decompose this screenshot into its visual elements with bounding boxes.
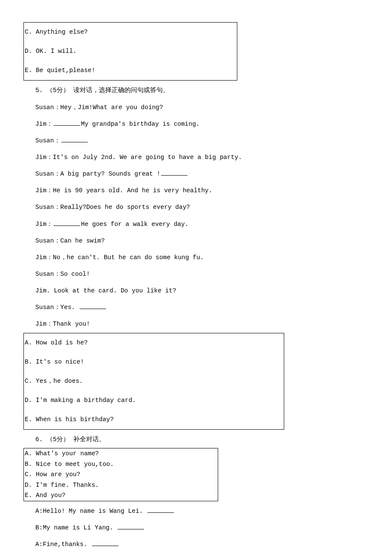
dialogue-line: B:My name is Li Yang. xyxy=(23,520,369,536)
option-d: D. OK. I will. xyxy=(24,42,237,61)
text-prefix: A:Fine,thanks. xyxy=(35,541,91,548)
dialogue-line: B: Nice to meet you. xyxy=(23,553,369,555)
text-prefix: Jim： xyxy=(35,221,53,228)
text-prefix: A:Hello! My name is Wang Lei. xyxy=(35,508,147,515)
option-c: C. How are you? xyxy=(24,469,218,480)
option-e: E. When is his birthday? xyxy=(24,410,284,429)
answer-box-1: C. Anything else? D. OK. I will. E. Be q… xyxy=(23,22,237,81)
dialogue-line: A:Fine,thanks. xyxy=(23,536,369,553)
blank-input[interactable] xyxy=(61,136,88,142)
dialogue-line: A:Hello! My name is Wang Lei. xyxy=(23,503,369,520)
option-d: D. I'm making a birthday card. xyxy=(24,391,284,410)
dialogue-line: Susan：Hey，Jim!What are you doing? xyxy=(23,99,369,116)
option-a: A. How old is he? xyxy=(24,333,284,353)
dialogue-line: Jim：It's on July 2nd. We are going to ha… xyxy=(23,149,369,166)
dialogue-line: Susan：A big party? Sounds great ! xyxy=(23,166,369,182)
option-b: B. It's so nice! xyxy=(24,353,284,372)
dialogue-line: Jim：He is 90 years old. And he is very h… xyxy=(23,182,369,199)
text-suffix: He goes for a walk every day. xyxy=(81,221,188,228)
dialogue-line: Susan：So cool! xyxy=(23,266,369,283)
option-b: B. Nice to meet you,too. xyxy=(24,459,218,469)
dialogue-line: Jim：Thank you! xyxy=(23,316,369,332)
option-c: C. Anything else? xyxy=(24,23,237,42)
document-page: C. Anything else? D. OK. I will. E. Be q… xyxy=(0,0,392,555)
dialogue-line: Jim. Look at the card. Do you like it? xyxy=(23,283,369,299)
text-prefix: Jim： xyxy=(35,121,53,127)
option-a: A. What's your name? xyxy=(24,448,218,459)
option-e: E. Be quiet,please! xyxy=(24,61,237,80)
blank-input[interactable] xyxy=(161,170,187,176)
option-c: C. Yes，he does. xyxy=(24,372,284,391)
dialogue-line: Susan：Can he swim? xyxy=(23,233,369,249)
text-prefix: B:My name is Li Yang. xyxy=(35,524,117,531)
text-prefix: Susan： xyxy=(35,137,61,144)
blank-input[interactable] xyxy=(147,507,174,513)
blank-input[interactable] xyxy=(118,523,144,529)
dialogue-line: Susan：Yes. xyxy=(23,299,369,316)
dialogue-line: Susan： xyxy=(23,133,369,149)
text-prefix: Susan：Yes. xyxy=(35,304,79,311)
dialogue-line: Susan：Really?Does he do sports every day… xyxy=(23,199,369,216)
text-suffix: My grandpa's birthday is coming. xyxy=(81,121,199,127)
option-d: D. I'm fine. Thanks. xyxy=(24,480,218,490)
blank-input[interactable] xyxy=(92,540,118,546)
text-prefix: Susan：A big party? Sounds great ! xyxy=(35,171,160,177)
question-5-header: 5. （5分） 读对话，选择正确的问句或答句。 xyxy=(23,82,369,99)
dialogue-line: Jim：My grandpa's birthday is coming. xyxy=(23,116,369,133)
question-6-header: 6. （5分） 补全对话。 xyxy=(23,431,369,448)
dialogue-line: Jim：No，he can't. But he can do some kung… xyxy=(23,249,369,266)
blank-input[interactable] xyxy=(54,120,80,126)
blank-input[interactable] xyxy=(80,303,106,309)
dialogue-line: Jim：He goes for a walk every day. xyxy=(23,216,369,233)
blank-input[interactable] xyxy=(54,220,80,226)
option-e: E. And you? xyxy=(24,490,218,500)
answer-box-3: A. What's your name? B. Nice to meet you… xyxy=(23,448,218,501)
answer-box-2: A. How old is he? B. It's so nice! C. Ye… xyxy=(23,333,284,430)
